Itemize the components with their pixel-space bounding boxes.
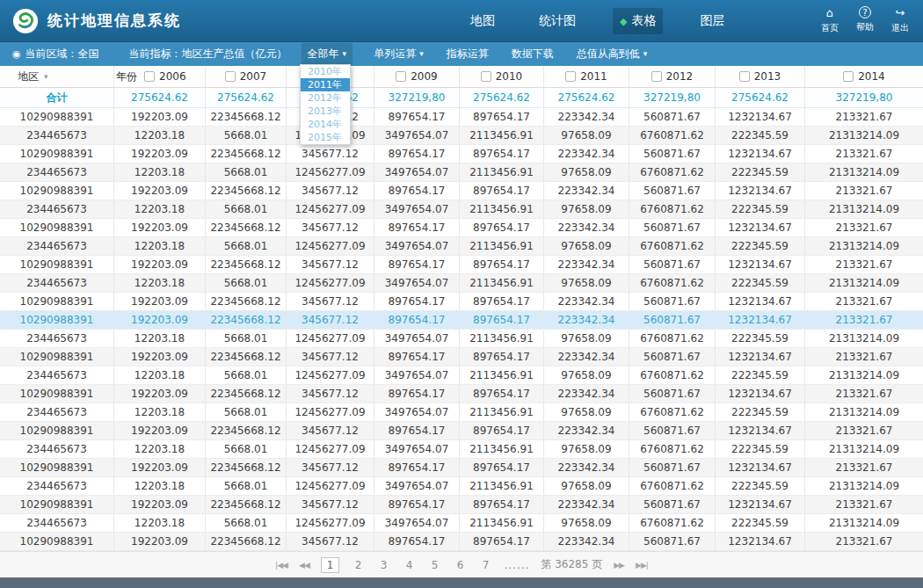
year-option[interactable]: 2010年 xyxy=(301,65,350,78)
year-label: 2014 xyxy=(858,70,885,83)
table-row[interactable]: 10290988391192203.0922345668.12345677.12… xyxy=(0,459,923,477)
table-row[interactable]: 10290988391192203.0922345668.12345677.12… xyxy=(0,182,923,200)
year-option[interactable]: 2012年 xyxy=(301,91,350,105)
quick-help-button[interactable]: ?帮助 xyxy=(854,6,876,34)
value-cell: 1232134.67 xyxy=(716,496,805,513)
page-number[interactable]: 6 xyxy=(453,557,467,573)
year-option[interactable]: 2013年 xyxy=(301,105,350,118)
page-next-icon[interactable]: ▶▶ xyxy=(614,561,624,570)
year-filter-button[interactable]: 全部年 ▾ 2010年2011年2012年2013年2014年2015年 xyxy=(302,43,353,65)
year-option[interactable]: 2011年 xyxy=(301,78,350,91)
value-cell: 192203.09 xyxy=(114,293,206,310)
year-label: 2012 xyxy=(666,70,694,83)
page-number[interactable]: 2 xyxy=(351,557,365,573)
value-cell: 22345668.12 xyxy=(206,145,287,163)
year-option[interactable]: 2015年 xyxy=(301,131,350,144)
value-cell: 6760871.62 xyxy=(629,237,716,255)
table-row[interactable]: 23446567312203.185668.0112456277.0934976… xyxy=(0,330,923,348)
value-cell: 345677.12 xyxy=(287,533,374,550)
table-row[interactable]: 10290988391192203.0922345668.12345677.12… xyxy=(0,348,923,367)
value-cell: 21313214.09 xyxy=(805,477,923,495)
table-row[interactable]: 10290988391192203.0922345668.12345677.12… xyxy=(0,422,923,440)
table-row[interactable]: 23446567312203.185668.0112456277.0934976… xyxy=(0,127,923,145)
nav-tab-chart[interactable]: 统计图 xyxy=(532,8,583,34)
total-value-cell: 275624.62 xyxy=(114,88,206,107)
value-cell: 345677.12 xyxy=(287,256,374,273)
year-column-header: 2013 xyxy=(716,66,805,87)
table-row[interactable]: 10290988391192203.0922345668.12345677.12… xyxy=(0,219,923,237)
value-cell: 97658.09 xyxy=(544,514,629,532)
year-checkbox[interactable] xyxy=(843,71,854,82)
table-row[interactable]: 23446567312203.185668.0112456277.0934976… xyxy=(0,403,923,422)
table-row[interactable]: 23446567312203.185668.0112456277.0934976… xyxy=(0,274,923,293)
toolbar-indicator-calc-button[interactable]: 指标运算 xyxy=(447,47,489,62)
table-row[interactable]: 23446567312203.185668.0112456277.0934976… xyxy=(0,237,923,256)
value-cell: 6760871.62 xyxy=(629,163,716,181)
page-last-icon[interactable]: ▶▶| xyxy=(636,561,648,570)
toolbar-single-column-calc-button[interactable]: 单列运算▾ xyxy=(374,47,424,62)
value-cell: 223342.34 xyxy=(544,459,629,476)
nav-tab-table[interactable]: ◆表格 xyxy=(613,8,663,34)
page-first-icon[interactable]: |◀◀ xyxy=(275,561,287,570)
pagination: |◀◀◀◀1234567......第 36285 页▶▶▶▶| xyxy=(0,551,923,577)
year-checkbox[interactable] xyxy=(396,71,406,82)
table-row[interactable]: 23446567312203.185668.0112456277.0934976… xyxy=(0,200,923,219)
year-option[interactable]: 2014年 xyxy=(301,118,350,131)
value-cell: 345677.12 xyxy=(287,293,374,310)
value-cell: 213321.67 xyxy=(805,293,923,310)
value-cell: 192203.09 xyxy=(114,385,206,403)
page-number[interactable]: 5 xyxy=(427,557,441,573)
page-number[interactable]: 7 xyxy=(478,557,492,573)
table-row[interactable]: 10290988391192203.0922345668.12345677.12… xyxy=(0,385,923,403)
table-row[interactable]: 23446567312203.185668.0112456277.0934976… xyxy=(0,367,923,385)
table-row[interactable]: 23446567312203.185668.0112456277.0934976… xyxy=(0,163,923,182)
nav-tab-map[interactable]: 地图 xyxy=(463,8,502,34)
year-checkbox[interactable] xyxy=(225,71,236,82)
year-checkbox[interactable] xyxy=(481,71,491,82)
quick-home-button[interactable]: ⌂首页 xyxy=(819,6,840,34)
year-checkbox[interactable] xyxy=(144,71,155,82)
quick-exit-button[interactable]: ↪退出 xyxy=(890,6,911,34)
page-number[interactable]: 4 xyxy=(402,557,416,573)
table-row[interactable]: 10290988391192203.0922345668.12345677.12… xyxy=(0,496,923,514)
year-checkbox[interactable] xyxy=(739,71,750,82)
current-indicator-label: 当前指标：地区生产总值（亿元） xyxy=(129,47,287,62)
help-icon: ? xyxy=(859,6,871,18)
table-row[interactable]: 23446567312203.185668.0112456277.0934976… xyxy=(0,477,923,496)
table-row[interactable]: 23446567312203.185668.0112456277.0934976… xyxy=(0,514,923,533)
value-cell: 97658.09 xyxy=(544,127,629,144)
region-column-header[interactable]: 地区 ▾ xyxy=(0,66,114,87)
value-cell: 192203.09 xyxy=(114,348,206,366)
value-cell: 192203.09 xyxy=(114,311,206,329)
value-cell: 897654.17 xyxy=(460,311,544,329)
table-row[interactable]: 10290988391192203.0922345668.12345677.12… xyxy=(0,311,923,330)
page-number[interactable]: 1 xyxy=(321,557,340,573)
nav-tab-layers[interactable]: 图层 xyxy=(693,8,731,34)
page-number[interactable]: 3 xyxy=(376,557,390,573)
value-cell: 213321.67 xyxy=(805,182,923,200)
value-cell: 97658.09 xyxy=(544,403,629,421)
year-checkbox[interactable] xyxy=(565,71,576,82)
value-cell: 12203.18 xyxy=(114,403,206,421)
value-cell: 12203.18 xyxy=(114,514,206,532)
app-window: 统计地理信息系统 地图统计图◆表格图层 ⌂首页?帮助↪退出 ◉ 当前区域：全国 … xyxy=(0,0,923,588)
toolbar-data-download-button[interactable]: 数据下载 xyxy=(512,47,554,62)
total-value-cell: 275624.62 xyxy=(716,88,805,107)
value-cell: 345677.12 xyxy=(287,348,374,366)
table-row[interactable]: 10290988391192203.0922345668.12345677.12… xyxy=(0,145,923,163)
value-cell: 560871.67 xyxy=(629,108,716,126)
page-prev-icon[interactable]: ◀◀ xyxy=(299,561,309,570)
year-column-header: 2011 xyxy=(544,66,629,87)
table-row[interactable]: 23446567312203.185668.0112456277.0934976… xyxy=(0,440,923,459)
top-header: 统计地理信息系统 地图统计图◆表格图层 ⌂首页?帮助↪退出 xyxy=(0,0,923,42)
value-cell: 1232134.67 xyxy=(716,108,805,126)
table-row[interactable]: 10290988391192203.0922345668.12345677.12… xyxy=(0,293,923,311)
value-cell: 3497654.07 xyxy=(374,237,460,255)
table-row[interactable]: 10290988391192203.0922345668.12345677.12… xyxy=(0,108,923,127)
toolbar-sort-total-desc-button[interactable]: 总值从高到低▾ xyxy=(577,47,648,62)
table-row[interactable]: 10290988391192203.0922345668.12345677.12… xyxy=(0,533,923,551)
value-cell: 5668.01 xyxy=(206,514,287,532)
value-cell: 222345.59 xyxy=(716,163,805,181)
year-checkbox[interactable] xyxy=(651,71,662,82)
table-row[interactable]: 10290988391192203.0922345668.12345677.12… xyxy=(0,256,923,274)
